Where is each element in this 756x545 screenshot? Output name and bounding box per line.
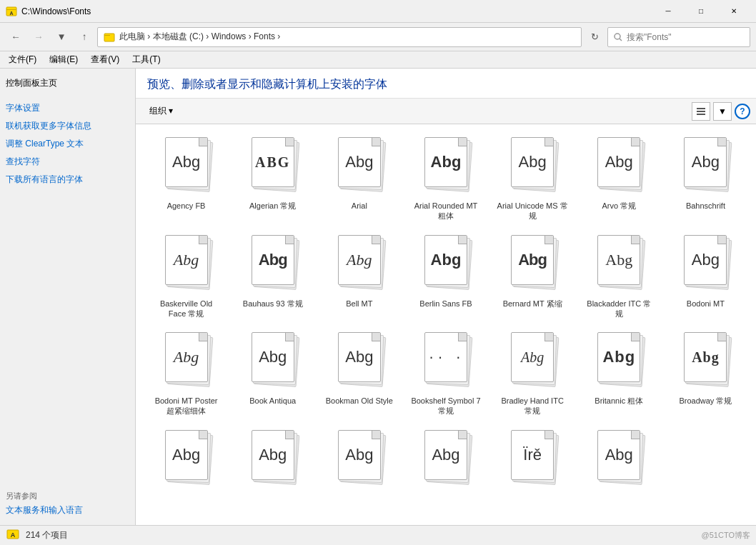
font-preview-text: Abg xyxy=(432,446,459,464)
svg-rect-8 xyxy=(697,111,705,112)
font-icon: Abg xyxy=(500,329,564,393)
font-preview-text: Abg xyxy=(692,349,720,366)
font-item[interactable]: AbgBauhaus 93 常规 xyxy=(231,228,314,323)
font-item[interactable]: AbgBook Antiqua xyxy=(231,325,314,420)
font-name-label: Algerian 常规 xyxy=(249,201,296,211)
font-item[interactable]: Abg xyxy=(231,423,314,497)
font-item[interactable]: AbgBlackadder ITC 常规 xyxy=(577,228,661,323)
font-item[interactable]: AbgBradley Hand ITC 常规 xyxy=(491,325,575,420)
menu-edit[interactable]: 编辑(E) xyxy=(44,52,84,67)
font-icon: Abg xyxy=(500,231,564,296)
font-icon: Abg xyxy=(587,329,651,393)
font-item[interactable]: AbgAgency FB xyxy=(144,130,228,225)
refresh-button[interactable]: ↻ xyxy=(585,27,605,47)
font-preview-text: Abg xyxy=(521,349,544,366)
menu-tools[interactable]: 工具(T) xyxy=(126,52,166,67)
font-item[interactable]: Abg xyxy=(144,423,228,497)
sidebar-link-find-char[interactable]: 查找字符 xyxy=(6,154,129,169)
font-item[interactable]: Abg xyxy=(317,423,401,497)
font-item[interactable]: AbgBell MT xyxy=(317,228,401,323)
font-preview-text: Abg xyxy=(605,446,633,464)
font-item[interactable]: Abg xyxy=(404,423,487,497)
organize-button[interactable]: 组织 ▾ xyxy=(141,101,181,121)
font-item[interactable]: Ïrě xyxy=(491,423,575,497)
sidebar-home-link[interactable]: 控制面板主页 xyxy=(6,77,129,89)
font-preview-text: Abg xyxy=(347,251,372,269)
svg-text:A: A xyxy=(11,531,16,539)
font-item[interactable]: AbgBahnschrift xyxy=(664,130,747,225)
recent-button[interactable]: ▼ xyxy=(51,27,71,47)
font-item[interactable]: ABGAlgerian 常规 xyxy=(231,130,314,225)
font-icon: Abg xyxy=(587,231,651,296)
font-name-label: Bradley Hand ITC 常规 xyxy=(497,396,568,416)
font-item[interactable]: AbgBodoni MT Poster 超紧缩细体 xyxy=(144,325,228,420)
minimize-button[interactable]: ─ xyxy=(652,0,685,23)
font-preview-text: ·· · xyxy=(428,351,464,364)
maximize-button[interactable]: □ xyxy=(685,0,717,23)
menu-file[interactable]: 文件(F) xyxy=(3,52,42,67)
font-name-label: Britannic 粗体 xyxy=(595,396,643,406)
font-item[interactable]: AbgArial Rounded MT 粗体 xyxy=(404,130,487,225)
back-button[interactable]: ← xyxy=(6,27,26,47)
sidebar-link-font-settings[interactable]: 字体设置 xyxy=(6,101,129,116)
font-item[interactable]: AbgArvo 常规 xyxy=(577,130,661,225)
sidebar-link-text-services[interactable]: 文本服务和输入语言 xyxy=(6,504,83,516)
font-item[interactable]: AbgArial Unicode MS 常规 xyxy=(491,130,575,225)
font-item[interactable]: AbgBroadway 常规 xyxy=(664,325,747,420)
search-input[interactable] xyxy=(627,32,744,42)
view-options-button[interactable]: ▼ xyxy=(713,102,732,121)
font-name-label: Berlin Sans FB xyxy=(419,299,472,309)
content-header: 预览、删除或者显示和隐藏计算机上安装的字体 xyxy=(136,69,756,99)
font-icon: Abg xyxy=(500,134,564,198)
app-icon: A xyxy=(6,6,17,17)
folder-icon xyxy=(104,31,115,43)
list-view-icon xyxy=(696,106,706,116)
font-preview-text: Abg xyxy=(345,153,373,171)
font-item[interactable]: AbgArial xyxy=(317,130,401,225)
font-item[interactable]: AbgBookman Old Style xyxy=(317,325,401,420)
view-list-button[interactable] xyxy=(692,102,710,121)
font-item[interactable]: AbgBritannic 粗体 xyxy=(577,325,661,420)
address-box[interactable]: 此电脑 › 本地磁盘 (C:) › Windows › Fonts › xyxy=(97,27,582,47)
font-name-label: Bell MT xyxy=(346,299,372,309)
font-name-label: Arvo 常规 xyxy=(602,201,636,211)
sidebar-link-download-fonts[interactable]: 下载所有语言的字体 xyxy=(6,172,129,187)
forward-button[interactable]: → xyxy=(29,27,49,47)
font-item[interactable]: Abg xyxy=(577,423,661,497)
font-icon: Abg xyxy=(673,134,737,198)
font-item[interactable]: AbgBodoni MT xyxy=(664,228,747,323)
font-preview-text: Abg xyxy=(692,251,720,269)
svg-rect-4 xyxy=(104,35,110,36)
page-title: 预览、删除或者显示和隐藏计算机上安装的字体 xyxy=(147,77,745,92)
font-icon: Abg xyxy=(154,329,219,393)
up-button[interactable]: ↑ xyxy=(74,27,94,47)
view-controls: ▼ ? xyxy=(692,102,750,121)
status-bar: A 214 个项目 @51CTO博客 xyxy=(0,525,756,545)
svg-rect-1 xyxy=(6,9,16,10)
font-icon: Abg xyxy=(414,134,478,198)
font-item[interactable]: AbgBerlin Sans FB xyxy=(404,228,487,323)
menu-view[interactable]: 查看(V) xyxy=(85,52,125,67)
sidebar-link-online-fonts[interactable]: 联机获取更多字体信息 xyxy=(6,119,129,134)
help-button[interactable]: ? xyxy=(735,104,750,119)
toolbar: 组织 ▾ ▼ ? xyxy=(136,99,756,124)
sidebar-link-cleartype[interactable]: 调整 ClearType 文本 xyxy=(6,136,129,151)
font-item[interactable]: AbgBernard MT 紧缩 xyxy=(491,228,575,323)
svg-text:A: A xyxy=(9,11,13,16)
font-preview-text: Abg xyxy=(174,348,199,366)
font-name-label: Broadway 常规 xyxy=(679,396,732,406)
font-preview-text: Abg xyxy=(259,348,287,366)
titlebar: A C:\Windows\Fonts ─ □ ✕ xyxy=(0,0,756,23)
close-button[interactable]: ✕ xyxy=(717,0,750,23)
font-name-label: Book Antiqua xyxy=(249,396,296,406)
font-name-label: Bookman Old Style xyxy=(326,396,393,406)
font-name-label: Agency FB xyxy=(167,201,206,211)
font-item[interactable]: ·· ·Bookshelf Symbol 7 常规 xyxy=(404,325,487,420)
font-preview-text: Abg xyxy=(431,251,462,269)
search-box[interactable] xyxy=(607,27,750,47)
font-preview-text: Abg xyxy=(431,153,462,171)
font-item[interactable]: AbgBaskerville Old Face 常规 xyxy=(144,228,228,323)
status-icon: A xyxy=(6,527,20,544)
font-icon: Abg xyxy=(327,426,392,491)
font-icon: Abg xyxy=(241,329,305,393)
